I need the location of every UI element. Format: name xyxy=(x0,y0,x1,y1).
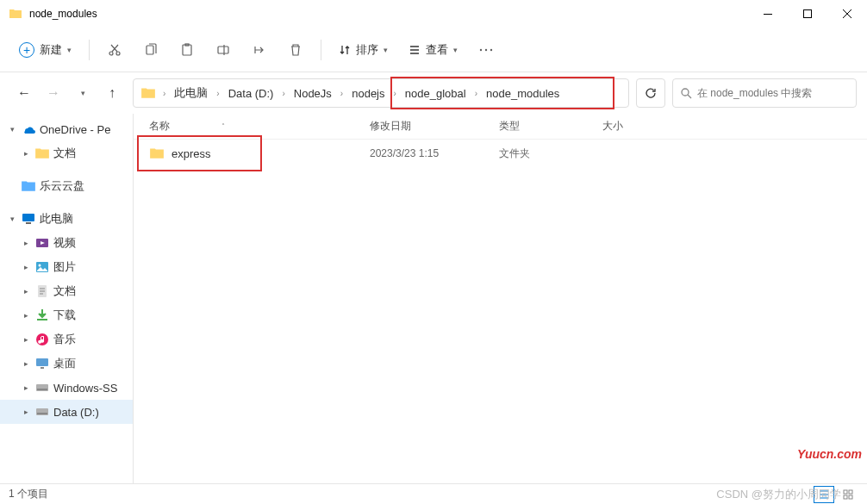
svg-rect-26 xyxy=(849,490,852,494)
share-button[interactable] xyxy=(243,34,276,65)
disk-icon xyxy=(34,380,50,395)
column-type[interactable]: 类型 xyxy=(499,119,602,134)
breadcrumb-segment[interactable]: 此电脑 xyxy=(169,82,213,104)
forward-button[interactable]: → xyxy=(40,79,67,107)
picture-icon xyxy=(34,259,50,275)
chevron-icon[interactable]: ▾ xyxy=(7,215,17,223)
copy-button[interactable] xyxy=(134,34,167,65)
file-date: 2023/3/23 1:15 xyxy=(370,147,499,159)
svg-rect-0 xyxy=(764,14,772,15)
sidebar-item[interactable]: ▸下载 xyxy=(0,303,133,327)
sidebar-item[interactable]: ▸视频 xyxy=(0,231,133,255)
column-headers: 名称˄ 修改日期 类型 大小 xyxy=(134,114,867,140)
sidebar-item-label: Windows-SS xyxy=(53,382,117,395)
cut-button[interactable] xyxy=(98,34,131,65)
search-icon xyxy=(680,87,692,99)
file-type: 文件夹 xyxy=(499,146,602,161)
chevron-icon[interactable]: ▾ xyxy=(7,125,17,134)
svg-point-16 xyxy=(39,264,41,267)
delete-button[interactable] xyxy=(279,34,312,65)
chevron-icon[interactable]: ▸ xyxy=(21,383,31,392)
view-button[interactable]: 查看 ▾ xyxy=(400,37,466,63)
view-icon xyxy=(409,44,421,56)
folder-icon xyxy=(34,146,50,161)
svg-rect-25 xyxy=(844,490,847,494)
chevron-icon[interactable]: ▸ xyxy=(21,239,31,247)
paste-button[interactable] xyxy=(171,34,203,65)
chevron-icon[interactable]: ▸ xyxy=(21,287,31,296)
music-icon xyxy=(34,332,50,347)
breadcrumb-segment[interactable]: Data (D:) xyxy=(223,84,279,103)
svg-rect-22 xyxy=(37,389,47,390)
chevron-right-icon[interactable]: › xyxy=(390,89,400,98)
breadcrumb[interactable]: › 此电脑 › Data (D:) › NodeJs › nodejs › no… xyxy=(133,78,629,108)
svg-rect-28 xyxy=(849,495,852,499)
minimize-button[interactable] xyxy=(748,0,788,28)
svg-point-3 xyxy=(116,52,120,55)
search-input[interactable] xyxy=(697,87,849,99)
sidebar-item-label: 视频 xyxy=(53,235,76,251)
svg-point-11 xyxy=(682,89,689,96)
chevron-icon[interactable]: ▸ xyxy=(21,311,31,320)
svg-rect-27 xyxy=(844,495,847,499)
file-list: 名称˄ 修改日期 类型 大小 express2023/3/23 1:15文件夹 xyxy=(134,114,867,487)
refresh-button[interactable] xyxy=(636,78,665,108)
sidebar-item-label: OneDrive - Pe xyxy=(40,123,110,136)
sort-label: 排序 xyxy=(356,42,378,58)
sidebar-item[interactable]: ▸文档 xyxy=(0,279,133,303)
chevron-right-icon[interactable]: › xyxy=(471,89,481,98)
sidebar-item[interactable]: ▸Data (D:) xyxy=(0,400,133,424)
svg-rect-13 xyxy=(26,222,31,224)
maximize-button[interactable] xyxy=(788,0,827,28)
sidebar-item[interactable]: 乐云云盘 xyxy=(0,174,133,198)
column-date[interactable]: 修改日期 xyxy=(370,119,499,134)
watermark: CSDN @努力的小周同学 xyxy=(716,487,841,502)
sidebar-item-label: 此电脑 xyxy=(40,211,73,227)
sort-indicator-icon: ˄ xyxy=(221,122,225,130)
item-count: 1 个项目 xyxy=(9,487,48,501)
sidebar-item[interactable]: ▾OneDrive - Pe xyxy=(0,117,133,141)
breadcrumb-segment[interactable]: nodejs xyxy=(346,84,390,103)
rename-button[interactable] xyxy=(207,34,240,65)
sort-button[interactable]: 排序 ▾ xyxy=(330,37,396,63)
sort-icon xyxy=(339,44,351,56)
watermark: Yuucn.com xyxy=(797,447,862,461)
search-box[interactable] xyxy=(672,78,857,108)
file-row[interactable]: express2023/3/23 1:15文件夹 xyxy=(134,140,867,167)
sidebar-item-label: 桌面 xyxy=(53,356,76,371)
chevron-icon[interactable]: ▸ xyxy=(21,359,31,368)
sidebar-item[interactable]: ▸音乐 xyxy=(0,327,133,352)
sidebar-item-label: Data (D:) xyxy=(53,406,99,419)
sidebar-item[interactable]: ▸桌面 xyxy=(0,352,133,376)
breadcrumb-segment[interactable]: node_modules xyxy=(481,84,564,103)
chevron-right-icon[interactable]: › xyxy=(337,89,346,98)
chevron-right-icon[interactable]: › xyxy=(278,89,288,98)
column-name[interactable]: 名称˄ xyxy=(149,119,370,134)
sidebar-item[interactable]: ▸文档 xyxy=(0,141,133,165)
chevron-icon[interactable]: ▸ xyxy=(21,149,31,158)
back-button[interactable]: ← xyxy=(10,79,38,107)
view-label: 查看 xyxy=(426,42,448,58)
sidebar-item[interactable]: ▸Windows-SS xyxy=(0,376,133,400)
recent-button[interactable]: ▾ xyxy=(69,79,97,107)
svg-point-9 xyxy=(485,48,487,50)
chevron-icon[interactable]: ▸ xyxy=(21,408,31,416)
column-size[interactable]: 大小 xyxy=(602,119,671,134)
chevron-right-icon[interactable]: › xyxy=(213,89,222,98)
breadcrumb-segment[interactable]: node_global xyxy=(400,84,471,103)
sidebar-item[interactable]: ▸图片 xyxy=(0,255,133,279)
chevron-icon[interactable]: ▸ xyxy=(21,263,31,271)
up-button[interactable]: ↑ xyxy=(98,79,126,107)
svg-rect-4 xyxy=(147,46,153,54)
disk-icon xyxy=(34,404,50,420)
video-icon xyxy=(34,235,50,251)
sidebar-item-label: 下载 xyxy=(53,308,76,323)
chevron-right-icon[interactable]: › xyxy=(159,89,169,98)
more-button[interactable] xyxy=(470,34,502,65)
close-button[interactable] xyxy=(827,0,867,28)
sidebar-item[interactable]: ▾此电脑 xyxy=(0,207,133,231)
chevron-icon[interactable]: ▸ xyxy=(21,335,31,344)
file-name: express xyxy=(172,147,211,160)
breadcrumb-segment[interactable]: NodeJs xyxy=(289,84,337,103)
new-button[interactable]: + 新建 ▾ xyxy=(10,37,80,63)
